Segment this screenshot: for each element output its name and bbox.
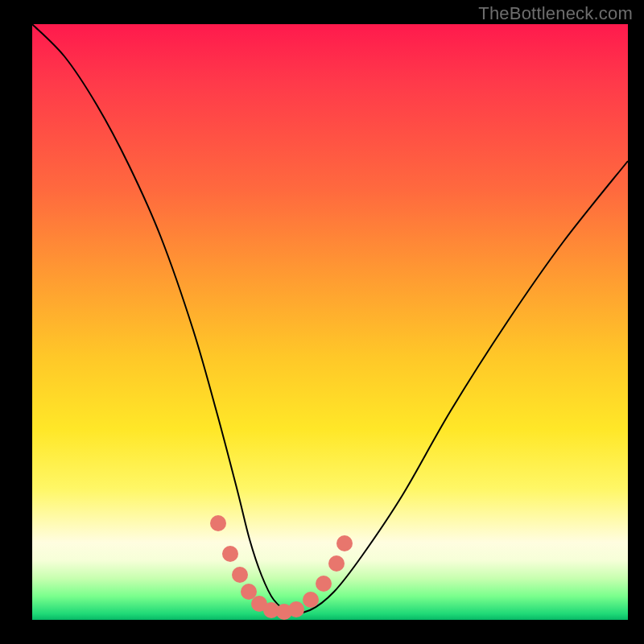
chart-frame: TheBottleneck.com (0, 0, 644, 644)
marker-dot-11 (336, 535, 353, 551)
marker-dot-8 (303, 592, 319, 608)
marker-dot-7 (288, 601, 304, 617)
curve-path (32, 24, 628, 613)
marker-dot-10 (328, 555, 345, 572)
marker-dot-9 (316, 576, 332, 592)
marker-dot-1 (222, 546, 238, 562)
curve-markers (210, 515, 353, 620)
bottleneck-curve (32, 24, 628, 620)
plot-area (32, 24, 628, 620)
marker-dot-2 (232, 567, 248, 583)
marker-dot-0 (210, 515, 226, 531)
watermark-text: TheBottleneck.com (478, 3, 633, 24)
